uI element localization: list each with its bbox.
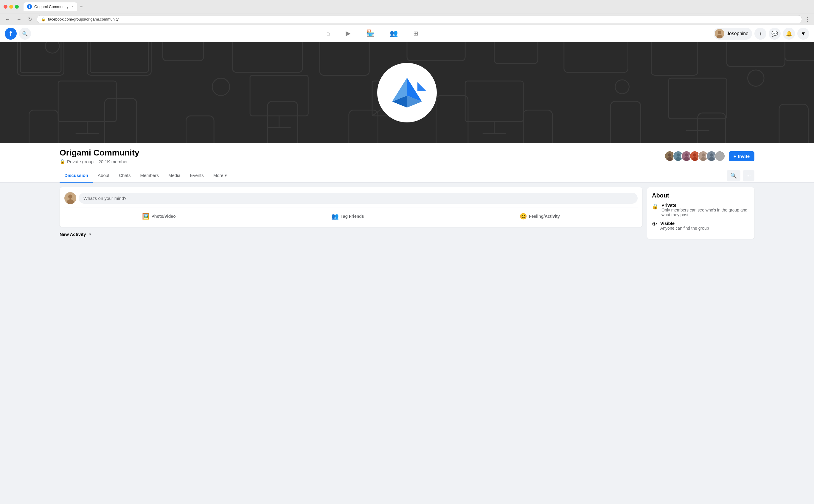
privacy-lock-icon: 🔒	[60, 159, 65, 164]
gaming-icon: ⊞	[413, 30, 418, 37]
marketplace-icon: 🏪	[366, 29, 374, 37]
home-icon: ⌂	[326, 29, 330, 37]
bell-icon: 🔔	[786, 30, 792, 37]
svg-point-68	[692, 157, 698, 161]
nav-item-home[interactable]: ⌂	[319, 25, 337, 42]
facebook-navbar: f 🔍 ⌂ ▶ 🏪 👥 ⊞ Josep	[0, 25, 814, 42]
svg-point-70	[702, 153, 705, 157]
about-visible-item: 👁 Visible Anyone can find the group	[652, 221, 750, 231]
forward-button[interactable]: →	[15, 16, 23, 23]
new-activity-section[interactable]: New Activity ▼	[60, 232, 642, 237]
plus-icon: +	[734, 154, 736, 159]
address-bar[interactable]: 🔒 facebook.com/groups/origami.community	[37, 15, 802, 23]
lock-about-icon: 🔒	[652, 203, 658, 210]
svg-point-3	[718, 31, 721, 34]
svg-point-61	[677, 153, 680, 157]
group-name: Origami Community	[60, 148, 139, 158]
create-button[interactable]: ＋	[754, 28, 766, 40]
tag-friends-button[interactable]: 👥 Tag Friends	[327, 210, 369, 222]
group-member-count: 20.1K member	[98, 159, 128, 164]
tab-chats[interactable]: Chats	[114, 169, 135, 183]
browser-titlebar: f Origami Community × +	[0, 0, 814, 13]
svg-marker-56	[417, 82, 426, 91]
nav-item-video[interactable]: ▶	[338, 25, 358, 42]
nav-center: ⌂ ▶ 🏪 👥 ⊞	[33, 25, 711, 42]
browser-more-button[interactable]: ⋮	[805, 16, 810, 23]
tab-members[interactable]: Members	[135, 169, 164, 183]
feeling-label: Feeling/Activity	[529, 214, 560, 219]
composer-top: What's on your mind?	[64, 192, 638, 204]
group-info-left: Origami Community 🔒 Private group · 20.1…	[60, 148, 139, 164]
groups-icon: 👥	[390, 29, 398, 37]
tab-media[interactable]: Media	[164, 169, 185, 183]
about-private-title: Private	[661, 203, 750, 208]
content-area: What's on your mind? 🖼️ Photo/Video 👥 Ta…	[0, 183, 814, 244]
photo-label: Photo/Video	[151, 214, 175, 219]
tab-events[interactable]: Events	[185, 169, 209, 183]
nav-right: Josephine ＋ 💬 🔔 ▼	[714, 28, 809, 40]
invite-button[interactable]: + Invite	[729, 151, 754, 161]
facebook-logo[interactable]: f	[5, 28, 17, 40]
member-avatars-list: ···	[664, 151, 725, 161]
tab-title: Origami Community	[34, 4, 69, 9]
nav-item-marketplace[interactable]: 🏪	[359, 25, 381, 42]
messenger-icon: 💬	[771, 30, 778, 37]
traffic-lights	[4, 5, 19, 9]
about-title: About	[652, 192, 750, 199]
svg-point-74	[709, 157, 714, 161]
traffic-light-yellow[interactable]	[9, 5, 13, 9]
content-left: What's on your mind? 🖼️ Photo/Video 👥 Ta…	[60, 187, 642, 239]
user-avatar	[715, 29, 724, 38]
composer-placeholder: What's on your mind?	[83, 196, 127, 201]
svg-point-62	[675, 157, 681, 161]
post-composer: What's on your mind? 🖼️ Photo/Video 👥 Ta…	[60, 187, 642, 227]
svg-point-67	[693, 153, 697, 157]
ellipsis-icon: ···	[746, 173, 751, 179]
browser-tab-active[interactable]: f Origami Community ×	[24, 2, 77, 11]
about-card: About 🔒 Private Only members can see who…	[647, 187, 754, 239]
traffic-light-red[interactable]	[4, 5, 7, 9]
feeling-activity-button[interactable]: 😊 Feeling/Activity	[515, 210, 564, 222]
member-avatar: ···	[714, 151, 725, 161]
about-private-item: 🔒 Private Only members can see who's in …	[652, 203, 750, 217]
search-tab-button[interactable]: 🔍	[727, 170, 740, 181]
user-profile-button[interactable]: Josephine	[714, 28, 752, 40]
group-meta: 🔒 Private group · 20.1K member	[60, 159, 139, 164]
post-input[interactable]: What's on your mind?	[79, 193, 638, 204]
notifications-button[interactable]: 🔔	[783, 28, 795, 40]
nav-item-groups[interactable]: 👥	[383, 25, 405, 42]
fb-logo-text: f	[10, 29, 12, 38]
group-meta-separator: ·	[95, 159, 97, 164]
tabs-list: Discussion About Chats Members Media Eve…	[60, 169, 232, 182]
photo-icon: 🖼️	[142, 213, 150, 220]
nav-item-gaming[interactable]: ⊞	[406, 25, 425, 42]
username-label: Josephine	[727, 31, 748, 36]
messenger-button[interactable]: 💬	[769, 28, 781, 40]
about-visible-desc: Anyone can find the group	[660, 226, 709, 231]
invite-label: Invite	[738, 154, 750, 159]
tab-about[interactable]: About	[93, 169, 114, 183]
svg-point-64	[685, 153, 688, 157]
traffic-light-green[interactable]	[15, 5, 19, 9]
group-info-bar: Origami Community 🔒 Private group · 20.1…	[0, 143, 814, 169]
tab-more[interactable]: More ▾	[209, 169, 232, 183]
tab-close-button[interactable]: ×	[72, 5, 74, 8]
tag-label: Tag Friends	[341, 214, 364, 219]
svg-point-71	[700, 157, 706, 161]
feeling-icon: 😊	[520, 213, 527, 220]
menu-button[interactable]: ▼	[797, 28, 809, 40]
reload-button[interactable]: ↻	[26, 16, 34, 23]
about-private-desc: Only members can see who's in the group …	[661, 208, 750, 217]
new-tab-button[interactable]: +	[77, 3, 85, 11]
svg-point-73	[710, 153, 713, 157]
search-button[interactable]: 🔍	[19, 28, 31, 40]
chevron-down-icon: ▼	[801, 31, 806, 37]
photo-video-button[interactable]: 🖼️ Photo/Video	[137, 210, 180, 222]
tab-discussion[interactable]: Discussion	[60, 169, 93, 183]
back-button[interactable]: ←	[4, 16, 12, 23]
more-tab-options-button[interactable]: ···	[743, 170, 754, 181]
new-activity-chevron-icon: ▼	[88, 232, 92, 237]
svg-text:···: ···	[718, 154, 721, 158]
ssl-lock-icon: 🔒	[41, 17, 46, 21]
new-activity-label: New Activity	[60, 232, 86, 237]
